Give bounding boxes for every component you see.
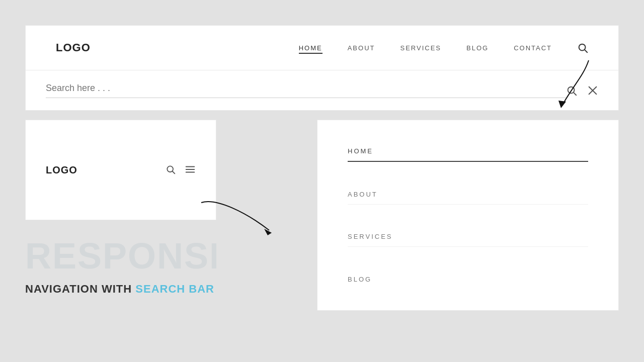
curved-arrow-annotation bbox=[186, 198, 287, 243]
search-icon bbox=[166, 164, 176, 174]
mobile-menu-button[interactable] bbox=[185, 164, 196, 176]
dropdown-menu-card: HOME ABOUT SERVICES BLOG bbox=[317, 120, 619, 311]
top-navbar: LOGO HOME ABOUT SERVICES BLOG CONTACT bbox=[25, 25, 619, 70]
dropdown-item-blog[interactable]: BLOG bbox=[348, 269, 588, 289]
nav-item-blog[interactable]: BLOG bbox=[466, 43, 489, 52]
nav-item-services[interactable]: SERVICES bbox=[400, 43, 441, 52]
svg-marker-2 bbox=[558, 101, 566, 108]
mobile-logo: LOGO bbox=[46, 164, 77, 176]
dropdown-item-services[interactable]: SERVICES bbox=[348, 227, 588, 247]
nav-item-home[interactable]: HOME bbox=[299, 43, 323, 52]
svg-line-1 bbox=[585, 50, 587, 52]
search-icon bbox=[577, 42, 588, 53]
hamburger-menu-icon bbox=[185, 164, 196, 175]
mobile-icons bbox=[166, 164, 196, 176]
search-icon-button[interactable] bbox=[577, 42, 588, 53]
arrow-annotation bbox=[538, 55, 604, 111]
dropdown-item-about[interactable]: ABOUT bbox=[348, 185, 588, 205]
nav-links: HOME ABOUT SERVICES BLOG CONTACT bbox=[299, 43, 552, 52]
search-bar bbox=[25, 70, 619, 111]
logo: LOGO bbox=[56, 41, 91, 54]
subtitle-highlight: SEARCH BAR bbox=[135, 283, 214, 295]
mobile-search-button[interactable] bbox=[166, 164, 176, 176]
nav-item-about[interactable]: ABOUT bbox=[348, 43, 375, 52]
subtitle-normal: NAVIGATION WITH bbox=[25, 283, 135, 295]
nav-item-contact[interactable]: CONTACT bbox=[514, 43, 552, 52]
responsive-subtitle: NAVIGATION WITH SEARCH BAR bbox=[25, 283, 214, 296]
dropdown-item-home[interactable]: HOME bbox=[348, 141, 588, 162]
svg-line-8 bbox=[173, 171, 175, 173]
search-input[interactable] bbox=[46, 83, 566, 98]
